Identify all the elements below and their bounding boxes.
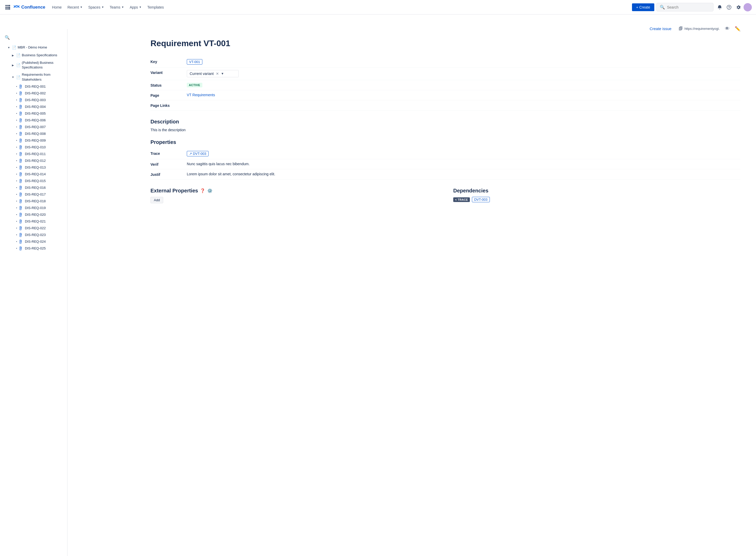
vt-requirements-link[interactable]: VT Requirements [187, 93, 215, 97]
nav-home[interactable]: Home [50, 4, 64, 11]
notifications-icon[interactable] [716, 3, 724, 11]
grid-icon[interactable] [4, 4, 11, 11]
sidebar-item-label: DIS-REQ-011 [25, 152, 46, 156]
sidebar-item-dis-req-004[interactable]: • DIS-REQ-004 [0, 103, 67, 110]
search-box[interactable]: 🔍 [656, 3, 714, 11]
sidebar-item-dis-req-014[interactable]: • DIS-REQ-014 [0, 171, 67, 178]
bullet-icon: • [14, 166, 19, 169]
sidebar-item-mbr-demo[interactable]: ▼ 📄 MBR - Démo Home [0, 43, 67, 51]
dep-trace-label: < TRACE [453, 197, 470, 202]
avatar[interactable] [744, 3, 752, 11]
bullet-icon: • [14, 233, 19, 236]
sidebar-item-label: DIS-REQ-010 [25, 145, 46, 149]
sidebar-item-label: DIS-REQ-025 [25, 246, 46, 250]
svg-rect-51 [20, 139, 21, 142]
confluence-logo[interactable]: Confluence [13, 3, 45, 11]
search-input[interactable] [667, 5, 709, 9]
sidebar-item-dis-req-022[interactable]: • DIS-REQ-022 [0, 225, 67, 232]
key-value: VT-001 [187, 59, 741, 65]
sidebar-item-dis-req-020[interactable]: • DIS-REQ-020 [0, 211, 67, 218]
sidebar-item-dis-req-013[interactable]: • DIS-REQ-013 [0, 164, 67, 171]
req-icon [19, 226, 24, 231]
trace-row: Trace ↗ DVT-003 [151, 148, 741, 159]
sidebar-item-dis-req-021[interactable]: • DIS-REQ-021 [0, 218, 67, 225]
nav-teams[interactable]: Teams ▼ [107, 4, 127, 11]
ext-props-title: External Properties ❓ ⚙️ [151, 188, 438, 194]
variant-clear-icon[interactable]: ✕ [216, 72, 219, 76]
svg-text:?: ? [728, 5, 730, 9]
create-button[interactable]: + Create [632, 3, 654, 11]
view-icon[interactable]: 👁 [725, 26, 729, 31]
nav-recent[interactable]: Recent ▼ [65, 4, 85, 11]
svg-rect-21 [20, 98, 21, 102]
chevron-down-icon: ▼ [80, 6, 83, 8]
sidebar-item-dis-req-024[interactable]: • DIS-REQ-024 [0, 238, 67, 245]
req-icon [19, 185, 24, 190]
sidebar-item-label: DIS-REQ-024 [25, 240, 46, 244]
req-icon [19, 98, 24, 102]
sidebar-item-dis-req-025[interactable]: • DIS-REQ-025 [0, 245, 67, 252]
sidebar-item-dis-req-005[interactable]: • DIS-REQ-005 [0, 110, 67, 117]
sidebar-item-dis-req-007[interactable]: • DIS-REQ-007 [0, 124, 67, 131]
sidebar-item-dis-req-015[interactable]: • DIS-REQ-015 [0, 178, 67, 184]
nav-apps[interactable]: Apps ▼ [127, 4, 144, 11]
sidebar-item-dis-req-017[interactable]: • DIS-REQ-017 [0, 191, 67, 198]
extended-properties: Trace ↗ DVT-003 Verif Nunc sagittis quis… [151, 148, 741, 179]
dep-id-badge[interactable]: DVT-003 [472, 197, 490, 202]
sidebar-item-dis-req-023[interactable]: • DIS-REQ-023 [0, 232, 67, 238]
trace-badge[interactable]: ↗ DVT-003 [187, 151, 208, 157]
svg-rect-91 [20, 193, 21, 196]
bullet-icon: • [14, 240, 19, 243]
variant-select[interactable]: Current variant ✕ ▼ [187, 70, 239, 77]
sidebar-item-reqs-from-stakeholders[interactable]: ▼ 📄 Requirements from Stakeholders [0, 71, 67, 83]
add-button[interactable]: Add [151, 197, 163, 203]
gear-icon[interactable]: ⚙️ [207, 188, 212, 193]
create-issue-button[interactable]: Create issue [647, 25, 675, 32]
nav-spaces[interactable]: Spaces ▼ [86, 4, 107, 11]
sidebar-item-dis-req-001[interactable]: • DIS-REQ-001 [0, 83, 67, 90]
svg-rect-6 [5, 8, 7, 10]
sidebar-item-label: DIS-REQ-016 [25, 186, 46, 189]
nav-templates[interactable]: Templates [145, 4, 167, 11]
sidebar-item-label: DIS-REQ-006 [25, 118, 46, 122]
bullet-icon: • [14, 193, 19, 196]
svg-rect-26 [20, 105, 21, 109]
svg-rect-0 [5, 5, 7, 6]
sidebar-item-business-specs[interactable]: ▶ 📄 Business Specifications [0, 51, 67, 59]
settings-icon[interactable] [734, 3, 743, 11]
sidebar-search-icon[interactable]: 🔍 [3, 33, 11, 41]
sidebar-tree: ▼ 📄 MBR - Démo Home ▶ 📄 Business Specifi… [0, 43, 67, 254]
bullet-icon: • [14, 85, 19, 88]
sidebar-item-label: DIS-REQ-017 [25, 193, 46, 196]
req-icon [19, 239, 24, 244]
help-circle-icon[interactable]: ❓ [200, 188, 205, 193]
sidebar-item-dis-req-006[interactable]: • DIS-REQ-006 [0, 117, 67, 124]
sidebar-item-label: DIS-REQ-005 [25, 111, 46, 115]
sidebar-item-dis-req-019[interactable]: • DIS-REQ-019 [0, 205, 67, 211]
key-badge[interactable]: VT-001 [187, 59, 202, 65]
bullet-icon: • [14, 159, 19, 162]
svg-rect-66 [20, 159, 21, 163]
help-icon[interactable]: ? [725, 3, 733, 11]
req-icon [19, 219, 24, 224]
sidebar-item-dis-req-010[interactable]: • DIS-REQ-010 [0, 144, 67, 151]
sidebar-item-dis-req-003[interactable]: • DIS-REQ-003 [0, 97, 67, 103]
verif-value: Nunc sagittis quis lacus nec bibendum. [187, 162, 741, 166]
copy-icon[interactable]: 🗐 [679, 27, 683, 31]
sidebar-item-dis-req-011[interactable]: • DIS-REQ-011 [0, 151, 67, 158]
svg-rect-41 [20, 125, 21, 129]
svg-rect-8 [9, 8, 10, 10]
sidebar-item-dis-req-018[interactable]: • DIS-REQ-018 [0, 198, 67, 205]
sidebar-item-dis-req-016[interactable]: • DIS-REQ-016 [0, 184, 67, 191]
req-icon [19, 118, 24, 123]
sidebar-item-dis-req-008[interactable]: • DIS-REQ-008 [0, 131, 67, 137]
svg-rect-76 [20, 172, 21, 176]
edit-icon[interactable]: ✏️ [735, 26, 741, 32]
chevron-down-icon: ▼ [122, 6, 124, 8]
req-icon [19, 199, 24, 204]
sidebar-item-dis-req-002[interactable]: • DIS-REQ-002 [0, 90, 67, 97]
sidebar-item-dis-req-012[interactable]: • DIS-REQ-012 [0, 158, 67, 164]
sidebar-item-published-specs[interactable]: ▶ 📄 (Published) Business Specifications [0, 59, 67, 71]
sidebar-item-dis-req-009[interactable]: • DIS-REQ-009 [0, 137, 67, 144]
req-icon [19, 138, 24, 143]
